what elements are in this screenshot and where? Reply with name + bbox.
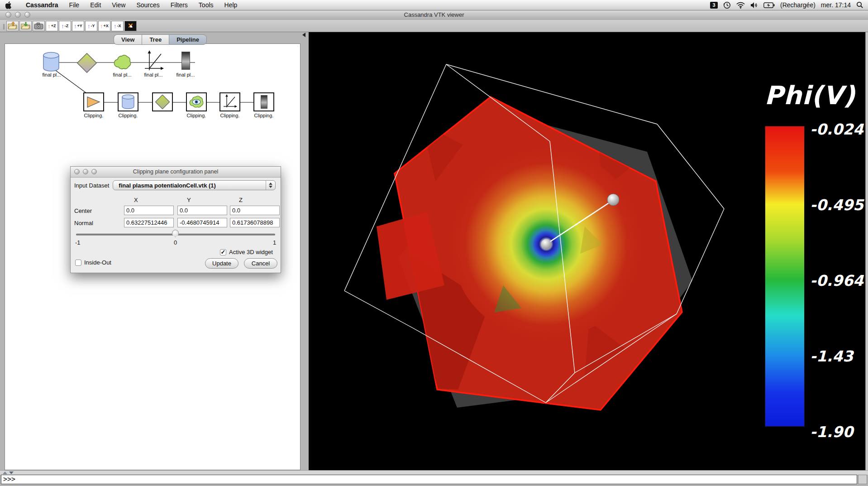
center-handle-sphere[interactable] <box>541 239 551 249</box>
screenshot-button[interactable] <box>33 21 45 31</box>
axis-label: +Y <box>77 24 82 28</box>
view-minus-y-button[interactable]: ↑ -Y <box>85 21 97 31</box>
normal-handle-sphere[interactable] <box>607 194 619 206</box>
pipeline-node-plot[interactable] <box>143 50 164 73</box>
input-dataset-dropdown[interactable]: final plasma potentialonCell.vtk (1) <box>113 180 276 190</box>
work-area: View Tree Pipeline <box>0 32 868 470</box>
view-plus-x-button[interactable]: ↑ +X <box>98 21 110 31</box>
pipeline-node-label: final pl... <box>36 72 67 77</box>
menu-tools[interactable]: Tools <box>193 0 219 10</box>
window-title-bar[interactable]: Cassandra VTK viewer <box>0 10 868 20</box>
colorbar-tick: -0.495 <box>810 196 863 214</box>
window-title: Cassandra VTK viewer <box>0 10 868 20</box>
pipeline-node-clip-plot[interactable] <box>219 92 240 111</box>
scroll-up-icon[interactable] <box>3 472 7 474</box>
pipeline-node-clip-diamond[interactable] <box>152 92 173 111</box>
reset-camera-button[interactable]: ✕ <box>124 21 137 31</box>
menu-filters[interactable]: Filters <box>165 0 193 10</box>
center-x-field[interactable] <box>124 206 174 215</box>
pipeline-node-cloud[interactable] <box>111 51 133 73</box>
input-dataset-value: final plasma potentialonCell.vtk (1) <box>119 182 216 189</box>
screen: Cassandra File Edit View Sources Filters… <box>0 0 868 486</box>
collapse-panel-icon[interactable] <box>302 33 305 37</box>
main-toolbar: || ↑ +Z ↑ -Z ↑ +Y ↑ -Y ↑ +X ↑ -X ✕ <box>0 20 868 32</box>
toolbar-grip[interactable]: || <box>3 23 4 29</box>
active-3d-widget-checkbox[interactable]: ✓ <box>220 249 226 255</box>
center-z-field[interactable] <box>230 206 280 215</box>
tab-view[interactable]: View <box>114 34 142 45</box>
dialog-title-bar[interactable]: Clipping plane configuration panel <box>71 167 281 178</box>
normal-x-field[interactable] <box>124 218 174 227</box>
view-plus-z-button[interactable]: ↑ +Z <box>46 21 58 31</box>
dialog-zoom-button[interactable] <box>91 169 97 174</box>
cancel-button[interactable]: Cancel <box>244 258 277 269</box>
input-dataset-label: Input Dataset <box>74 182 109 189</box>
axis-arrow-icon: ↑ <box>114 23 117 29</box>
open-session-button[interactable] <box>6 21 19 31</box>
axis-label: +Z <box>51 24 56 28</box>
scroll-down-icon[interactable] <box>9 472 14 474</box>
pipeline-node-clip-scalarbar[interactable] <box>253 92 274 111</box>
pipeline-node-source-cylinder[interactable] <box>42 52 61 72</box>
colorbar-tick: -1.90 <box>810 423 853 441</box>
update-button[interactable]: Update <box>205 258 238 269</box>
pipeline-node-label: Clipping. <box>248 113 280 118</box>
tab-tree[interactable]: Tree <box>142 34 169 45</box>
column-header-y: Y <box>187 197 191 203</box>
view-minus-z-button[interactable]: ↑ -Z <box>59 21 71 31</box>
pipeline-node-scalarbar[interactable] <box>181 52 190 70</box>
view-minus-x-button[interactable]: ↑ -X <box>111 21 124 31</box>
active-3d-widget-label: Active 3D widget <box>229 249 273 255</box>
vtk-viewport[interactable]: Phi(V) -0.0247 -0.495 -0.964 -1.43 -1.90 <box>309 32 865 470</box>
pipeline-node-label: final pl... <box>170 72 201 77</box>
spotlight-icon[interactable] <box>856 1 863 9</box>
colorbar <box>765 126 805 427</box>
pipeline-node-label: final pl... <box>106 72 138 77</box>
menu-file[interactable]: File <box>64 0 85 10</box>
menu-edit[interactable]: Edit <box>85 0 106 10</box>
apple-icon[interactable] <box>5 1 12 9</box>
pipeline-node-clip-cloud-eye[interactable] <box>186 92 207 111</box>
pipeline-node-label: Clipping. <box>181 113 212 118</box>
dialog-minimize-button[interactable] <box>83 169 88 174</box>
pipeline-node-label: Clipping. <box>78 113 110 118</box>
slider-mid-label: 0 <box>174 239 177 246</box>
axis-label: -Y <box>91 24 95 28</box>
pipeline-node-clip-source[interactable] <box>83 92 104 111</box>
view-plus-y-button[interactable]: ↑ +Y <box>72 21 84 31</box>
axis-arrow-icon: ↑ <box>74 23 77 29</box>
save-session-button[interactable] <box>19 21 32 31</box>
pipeline-node-diamond[interactable] <box>76 52 98 74</box>
python-console-input[interactable]: >>> <box>1 475 857 484</box>
menu-cassandra[interactable]: Cassandra <box>20 0 64 10</box>
x-cross-dot <box>130 25 132 28</box>
input-source-icon[interactable]: 3 <box>710 2 718 9</box>
dialog-title: Clipping plane configuration panel <box>133 168 218 175</box>
console-end-box[interactable] <box>858 475 867 484</box>
menu-help[interactable]: Help <box>219 0 243 10</box>
normal-row-label: Normal <box>74 220 93 226</box>
pipeline-node-label: Clipping. <box>112 113 144 118</box>
normal-z-field[interactable] <box>230 218 280 227</box>
center-row-label: Center <box>74 207 92 214</box>
menu-view[interactable]: View <box>106 0 131 10</box>
axis-arrow-icon: ↑ <box>48 23 51 29</box>
axis-arrow-icon: ↑ <box>100 23 103 29</box>
tab-pipeline[interactable]: Pipeline <box>169 34 207 45</box>
inside-out-checkbox[interactable] <box>75 260 81 266</box>
menubar-clock: mer. 17:14 <box>821 1 851 9</box>
colorbar-tick: -0.0247 <box>810 120 865 138</box>
menu-sources[interactable]: Sources <box>131 0 165 10</box>
right-scrollbar-rail[interactable] <box>865 32 868 470</box>
volume-icon[interactable] <box>750 2 758 9</box>
battery-icon[interactable] <box>763 2 775 8</box>
center-y-field[interactable] <box>177 206 227 215</box>
offset-slider-thumb[interactable] <box>172 230 179 237</box>
time-machine-icon[interactable] <box>723 1 731 9</box>
pipeline-node-label: final pl... <box>138 72 169 77</box>
dialog-close-button[interactable] <box>74 169 80 174</box>
pipeline-node-clip-cylinder[interactable] <box>118 92 138 111</box>
wifi-icon[interactable] <box>736 2 745 9</box>
normal-y-field[interactable] <box>177 218 227 227</box>
panel-splitter[interactable] <box>300 32 309 470</box>
